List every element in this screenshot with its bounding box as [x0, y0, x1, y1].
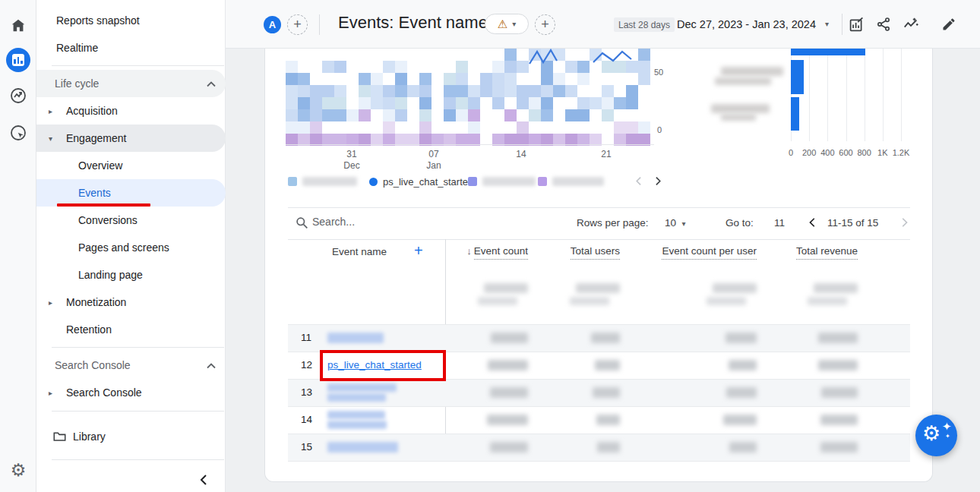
event-name-redacted [327, 421, 387, 429]
add-comparison-button-2[interactable]: + [535, 14, 555, 35]
metric-value-redacted [820, 415, 858, 425]
sidebar-item-engagement[interactable]: ▾Engagement [36, 125, 226, 152]
nav-label: Landing page [78, 269, 143, 281]
table-row: 14 [265, 406, 933, 434]
mosaic-cell [565, 109, 577, 121]
mosaic-cell [359, 97, 371, 109]
row-number: 12 [301, 359, 312, 371]
column-header-total-revenue[interactable]: Total revenue [683, 245, 858, 257]
reports-icon-active[interactable] [0, 48, 36, 72]
sidebar-item-library[interactable]: Library [36, 423, 226, 450]
sidebar-item-pages-and-screens[interactable]: Pages and screens [36, 234, 226, 261]
divider [52, 459, 224, 460]
mosaic-cell [541, 97, 553, 109]
legend-square-swatch [538, 177, 547, 186]
legend-square-swatch [468, 177, 477, 186]
x-tick-label: 21 [601, 149, 611, 160]
sidebar-item-events[interactable]: Events [36, 179, 226, 207]
goto-page-input[interactable]: 11 [774, 217, 785, 229]
event-name-redacted [327, 333, 384, 343]
mosaic-cell [286, 97, 298, 109]
sidebar-item-overview[interactable]: Overview [36, 152, 226, 179]
metric-value-redacted [726, 333, 757, 343]
sparkle-icon: ✦ [942, 420, 952, 434]
admin-gear-icon[interactable]: ⚙ [0, 462, 36, 479]
mosaic-cell [298, 109, 310, 121]
mosaic-cell [456, 73, 468, 85]
mosaic-cell [286, 121, 298, 134]
legend-previous-icon[interactable] [634, 175, 646, 188]
sidebar-item-conversions[interactable]: Conversions [36, 207, 226, 234]
previous-page-icon[interactable] [808, 217, 820, 229]
mosaic-cell [286, 85, 298, 97]
account-avatar[interactable]: A [264, 16, 281, 33]
arrow-expanded-icon: ▾ [49, 134, 52, 143]
metric-value-redacted [595, 360, 620, 371]
data-quality-dropdown[interactable]: ⚠ ▾ [485, 14, 529, 34]
divider [52, 347, 224, 348]
mosaic-cell [517, 97, 529, 109]
rows-per-page-select[interactable]: 10 ▾ [665, 217, 686, 229]
explore-icon[interactable] [0, 87, 36, 105]
date-range-selector[interactable]: Dec 27, 2023 - Jan 23, 2024 ▾ [677, 16, 829, 33]
legend-next-icon[interactable] [653, 175, 665, 188]
mosaic-cell [298, 85, 310, 97]
add-comparison-button[interactable]: + [287, 14, 308, 35]
sidebar-item-life-cycle[interactable]: Life cycle [36, 70, 226, 97]
mosaic-cell [517, 85, 529, 97]
legend-item: ps_live_chat_started [369, 175, 473, 188]
sidebar-item-retention[interactable]: Retention [36, 316, 226, 343]
mosaic-cell [444, 97, 456, 109]
sidebar-item-search-console[interactable]: Search Console [36, 352, 226, 379]
edit-report-icon[interactable] [940, 15, 958, 33]
metric-value-redacted [723, 415, 757, 425]
mosaic-cell [638, 73, 650, 85]
mosaic-cell [553, 85, 565, 97]
mosaic-cell [626, 97, 638, 109]
totals-percent-redacted [707, 297, 746, 305]
sidebar-item-reports-snapshot[interactable]: Reports snapshot [36, 7, 226, 34]
collapse-sidebar-button[interactable] [198, 474, 212, 487]
mosaic-cell [322, 85, 334, 97]
bar-series-2 [791, 97, 799, 131]
bar-gridline [827, 49, 828, 141]
mosaic-cell [334, 85, 346, 97]
bar-x-tick-label: 800 [857, 147, 871, 159]
nav-label: Monetization [66, 296, 126, 308]
bar-category-label-redacted [721, 114, 756, 121]
table-search-input[interactable] [312, 212, 479, 232]
mosaic-cell [334, 109, 346, 121]
mosaic-cell [444, 73, 456, 85]
bar-series-1 [791, 60, 804, 94]
mosaic-cell [383, 121, 395, 134]
home-icon[interactable] [0, 17, 36, 34]
sidebar-item-search-console[interactable]: ▸Search Console [36, 379, 226, 406]
folder-icon [53, 430, 66, 444]
metric-value-redacted [818, 333, 858, 343]
metric-value-redacted [729, 360, 757, 371]
mosaic-cell [286, 109, 298, 121]
bar-category-label-redacted [711, 104, 770, 113]
sparkle-icon: ✦ [945, 433, 950, 440]
mosaic-cell [346, 109, 359, 121]
metric-value-redacted [821, 387, 858, 398]
sidebar-item-acquisition[interactable]: ▸Acquisition [36, 97, 226, 125]
sidebar-item-landing-page[interactable]: Landing page [36, 261, 226, 289]
insights-fab-button[interactable]: ⚙ ✦ ✦ [915, 415, 957, 456]
sidebar-item-monetization[interactable]: ▸Monetization [36, 289, 226, 316]
advertising-icon[interactable] [0, 124, 36, 142]
sidebar-item-realtime[interactable]: Realtime [36, 34, 226, 62]
metric-value-redacted [591, 333, 620, 343]
mosaic-cell [504, 73, 517, 85]
mosaic-cell [492, 85, 504, 97]
metric-value-redacted [487, 415, 528, 425]
share-icon[interactable] [874, 15, 893, 33]
event-name-redacted [327, 411, 385, 419]
x-axis-line [286, 144, 654, 145]
nav-label: Search Console [66, 386, 142, 399]
metric-value-redacted [726, 387, 757, 398]
next-page-icon-disabled[interactable] [899, 217, 911, 229]
chevron-up-icon [207, 77, 216, 90]
customize-chart-icon[interactable] [847, 15, 865, 33]
insights-icon[interactable] [902, 15, 920, 33]
